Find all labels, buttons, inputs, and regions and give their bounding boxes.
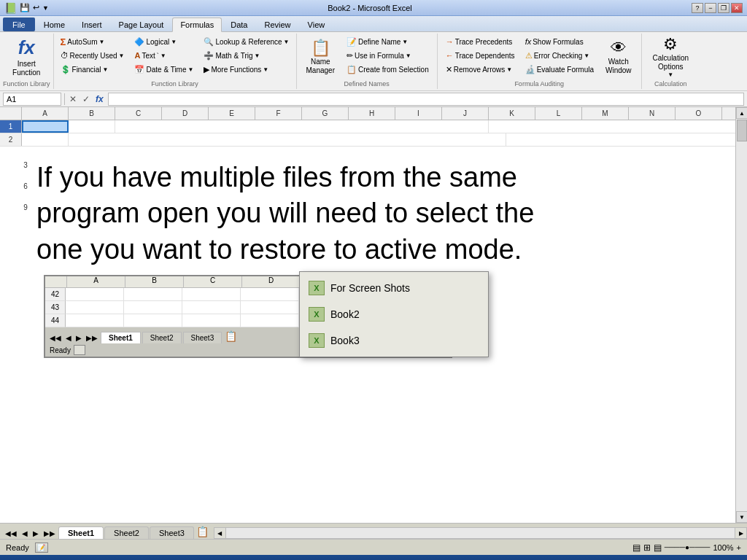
mini-tab-sheet1[interactable]: Sheet1	[101, 332, 141, 343]
calculation-options-button[interactable]: ⚙ CalculationOptions ▼	[648, 35, 694, 79]
text-button[interactable]: A Text ` ▼	[131, 49, 197, 62]
mini-tab-sheet2[interactable]: Sheet2	[142, 332, 182, 343]
remove-arrows-button[interactable]: ✕ Remove Arrows ▼	[442, 63, 519, 76]
financial-dropdown-icon[interactable]: ▼	[103, 66, 109, 73]
scroll-right-button[interactable]: ▶	[735, 528, 746, 538]
sheet-tab-sheet1[interactable]: Sheet1	[58, 526, 104, 539]
formula-cancel-icon[interactable]: ✕	[68, 93, 78, 106]
col-header-d[interactable]: D	[162, 107, 209, 120]
restore-button[interactable]: ❐	[718, 3, 729, 13]
lookup-button[interactable]: 🔍 Lookup & Reference ▼	[200, 35, 293, 48]
sheet-nav-last[interactable]: ▶▶	[42, 528, 58, 539]
col-header-l[interactable]: L	[535, 107, 582, 120]
autosum-button[interactable]: Σ AutoSum ▼	[57, 35, 128, 48]
mini-cell-42c[interactable]	[182, 288, 241, 301]
tab-home[interactable]: Home	[36, 18, 73, 31]
mini-cell-42a[interactable]	[66, 288, 124, 301]
logical-button[interactable]: 🔷 Logical ▼	[131, 35, 197, 48]
watch-window-button[interactable]: 👁 WatchWindow	[600, 35, 637, 79]
vertical-scrollbar[interactable]: ▲ ▼	[735, 107, 747, 523]
status-record-icon[interactable]: 📝	[35, 542, 48, 553]
use-in-formula-dropdown-icon[interactable]: ▼	[406, 52, 411, 59]
context-menu-item-screenshots[interactable]: X For Screen Shots	[300, 275, 488, 301]
evaluate-formula-button[interactable]: 🔬 Evaluate Formula	[522, 63, 597, 76]
tab-formulas[interactable]: Formulas	[172, 18, 222, 32]
sheet-tab-sheet2[interactable]: Sheet2	[104, 526, 149, 539]
col-header-b[interactable]: B	[69, 107, 115, 120]
calculation-dropdown-icon[interactable]: ▼	[667, 71, 673, 79]
cell-a2[interactable]	[22, 133, 69, 146]
scroll-down-button[interactable]: ▼	[736, 511, 747, 523]
formula-confirm-icon[interactable]: ✓	[81, 93, 91, 106]
define-name-button[interactable]: 📝 Define Name ▼	[343, 35, 433, 48]
tab-view[interactable]: View	[300, 18, 333, 31]
formula-input[interactable]	[108, 93, 744, 106]
zoom-in-icon[interactable]: +	[737, 543, 741, 552]
scroll-thumb-v[interactable]	[737, 120, 747, 141]
close-button[interactable]: ✕	[731, 3, 743, 13]
mini-cell-43c[interactable]	[182, 301, 241, 314]
autosum-dropdown-icon[interactable]: ▼	[98, 39, 104, 45]
tab-file[interactable]: File	[3, 18, 35, 31]
scroll-up-button[interactable]: ▲	[736, 107, 747, 119]
mini-tab-add-icon[interactable]: 📋	[223, 329, 239, 343]
table-row[interactable]: 1	[0, 120, 735, 133]
tab-review[interactable]: Review	[256, 18, 298, 31]
trace-dependents-button[interactable]: ← Trace Dependents	[442, 49, 519, 62]
error-checking-dropdown-icon[interactable]: ▼	[584, 52, 589, 59]
insert-function-button[interactable]: fx InsertFunction	[7, 35, 45, 79]
context-menu-item-book3[interactable]: X Book3	[300, 327, 488, 354]
help-button[interactable]: ?	[692, 3, 703, 13]
mini-cell-44b[interactable]	[124, 314, 182, 327]
mini-cell-44c[interactable]	[182, 314, 241, 327]
create-from-selection-button[interactable]: 📋 Create from Selection	[343, 63, 433, 76]
cell-a1[interactable]	[22, 120, 69, 133]
col-header-i[interactable]: I	[395, 107, 442, 120]
cell-c1-span[interactable]	[115, 120, 489, 133]
sheet-nav-prev[interactable]: ◀	[20, 528, 30, 539]
view-page-icon[interactable]: ▤	[654, 542, 662, 553]
error-checking-button[interactable]: ⚠ Error Checking ▼	[522, 49, 597, 62]
minimize-button[interactable]: −	[705, 3, 716, 13]
mini-nav-left[interactable]: ◀◀	[48, 332, 63, 343]
formula-fx-icon[interactable]: fx	[94, 93, 105, 106]
col-header-j[interactable]: J	[442, 107, 489, 120]
morefunctions-button[interactable]: ▶ More Functions ▼	[200, 63, 293, 76]
sheet-nav-first[interactable]: ◀◀	[3, 528, 19, 539]
col-header-o[interactable]: O	[676, 107, 722, 120]
col-header-a[interactable]: A	[22, 107, 69, 120]
mini-nav-prev[interactable]: ◀	[64, 332, 73, 343]
col-header-n[interactable]: N	[629, 107, 676, 120]
recently-used-dropdown-icon[interactable]: ▼	[119, 52, 125, 59]
scroll-track-v[interactable]	[736, 119, 747, 511]
col-header-f[interactable]: F	[255, 107, 302, 120]
datetime-button[interactable]: 📅 Date & Time ▼	[131, 63, 197, 76]
mini-cell-42b[interactable]	[124, 288, 182, 301]
mini-nav-right[interactable]: ▶▶	[85, 332, 99, 343]
tab-data[interactable]: Data	[222, 18, 255, 31]
mini-tab-sheet3[interactable]: Sheet3	[183, 332, 222, 343]
morefunctions-dropdown-icon[interactable]: ▼	[263, 66, 268, 73]
mini-cell-43d[interactable]	[241, 301, 299, 314]
show-formulas-button[interactable]: fx Show Formulas	[522, 35, 597, 48]
define-name-dropdown-icon[interactable]: ▼	[402, 39, 408, 45]
mini-cell-42d[interactable]	[241, 288, 299, 301]
horizontal-scrollbar[interactable]: ◀ ▶	[214, 527, 747, 539]
tab-pagelayout[interactable]: Page Layout	[111, 18, 172, 31]
name-manager-button[interactable]: 📋 NameManager	[301, 35, 340, 79]
financial-button[interactable]: 💲 Financial ▼	[57, 63, 128, 76]
lookup-dropdown-icon[interactable]: ▼	[284, 39, 290, 45]
mathtrig-dropdown-icon[interactable]: ▼	[255, 52, 260, 59]
sheet-tab-insert-icon[interactable]: 📋	[195, 524, 210, 539]
cell-b1[interactable]	[69, 120, 115, 133]
col-header-k[interactable]: K	[489, 107, 535, 120]
mini-nav-next[interactable]: ▶	[74, 332, 83, 343]
zoom-slider[interactable]: ────●────	[665, 543, 711, 551]
context-menu-item-book2[interactable]: X Book2	[300, 301, 488, 327]
table-row[interactable]: 2	[0, 133, 735, 147]
col-header-h[interactable]: H	[349, 107, 395, 120]
tab-insert[interactable]: Insert	[74, 18, 110, 31]
recently-used-button[interactable]: ⏱ Recently Used ▼	[57, 49, 128, 62]
view-layout-icon[interactable]: ⊞	[643, 542, 651, 553]
col-header-e[interactable]: E	[209, 107, 255, 120]
